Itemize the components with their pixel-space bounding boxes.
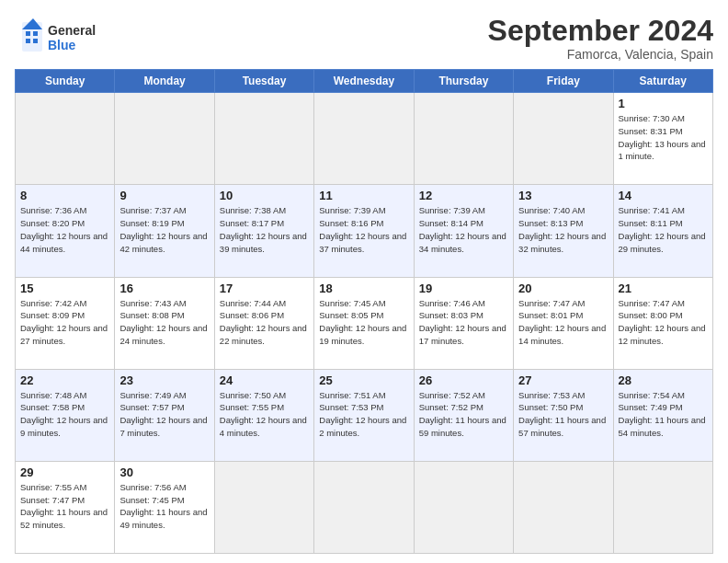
- calendar-cell: [314, 93, 414, 185]
- calendar-cell: 17Sunrise: 7:44 AMSunset: 8:06 PMDayligh…: [214, 277, 313, 369]
- calendar-cell: 9Sunrise: 7:37 AMSunset: 8:19 PMDaylight…: [115, 185, 214, 277]
- svg-rect-4: [26, 31, 30, 36]
- day-number: 28: [619, 373, 708, 387]
- calendar-cell: 8Sunrise: 7:36 AMSunset: 8:20 PMDaylight…: [16, 185, 115, 277]
- day-number: 25: [319, 373, 408, 387]
- day-info: Sunrise: 7:39 AMSunset: 8:14 PMDaylight:…: [419, 204, 508, 255]
- calendar-cell: [414, 93, 513, 185]
- day-info: Sunrise: 7:48 AMSunset: 7:58 PMDaylight:…: [20, 389, 109, 440]
- svg-text:General: General: [48, 23, 96, 38]
- calendar-cell: [613, 461, 712, 553]
- day-number: 1: [619, 97, 708, 110]
- day-number: 20: [518, 282, 608, 295]
- calendar-cell: [414, 461, 513, 553]
- header: General Blue September 2024 Famorca, Val…: [15, 15, 713, 62]
- svg-text:Blue: Blue: [48, 38, 76, 52]
- day-info: Sunrise: 7:45 AMSunset: 8:05 PMDaylight:…: [319, 297, 408, 348]
- day-info: Sunrise: 7:46 AMSunset: 8:03 PMDaylight:…: [419, 297, 508, 348]
- calendar-cell: 10Sunrise: 7:38 AMSunset: 8:17 PMDayligh…: [214, 185, 313, 277]
- day-info: Sunrise: 7:41 AMSunset: 8:11 PMDaylight:…: [619, 204, 708, 255]
- day-number: 18: [319, 282, 408, 295]
- day-number: 23: [119, 373, 209, 387]
- calendar-cell: 22Sunrise: 7:48 AMSunset: 7:58 PMDayligh…: [16, 369, 115, 461]
- day-number: 9: [119, 189, 209, 202]
- day-header-saturday: Saturday: [613, 70, 712, 93]
- day-number: 13: [518, 189, 608, 202]
- day-info: Sunrise: 7:38 AMSunset: 8:17 PMDaylight:…: [220, 204, 309, 255]
- calendar-cell: 26Sunrise: 7:52 AMSunset: 7:52 PMDayligh…: [414, 369, 513, 461]
- calendar-cell: 30Sunrise: 7:56 AMSunset: 7:45 PMDayligh…: [115, 461, 214, 553]
- calendar-cell: 12Sunrise: 7:39 AMSunset: 8:14 PMDayligh…: [414, 185, 513, 277]
- day-info: Sunrise: 7:40 AMSunset: 8:13 PMDaylight:…: [518, 204, 608, 255]
- day-info: Sunrise: 7:53 AMSunset: 7:50 PMDaylight:…: [518, 389, 608, 440]
- day-info: Sunrise: 7:49 AMSunset: 7:57 PMDaylight:…: [119, 389, 209, 440]
- logo: General Blue: [15, 15, 107, 59]
- calendar-cell: 1Sunrise: 7:30 AMSunset: 8:31 PMDaylight…: [613, 93, 712, 185]
- month-title: September 2024: [488, 15, 713, 47]
- calendar-cell: 20Sunrise: 7:47 AMSunset: 8:01 PMDayligh…: [514, 277, 613, 369]
- day-info: Sunrise: 7:36 AMSunset: 8:20 PMDaylight:…: [20, 204, 109, 255]
- calendar-week-row: 15Sunrise: 7:42 AMSunset: 8:09 PMDayligh…: [16, 277, 713, 369]
- day-header-tuesday: Tuesday: [214, 70, 313, 93]
- calendar-cell: 16Sunrise: 7:43 AMSunset: 8:08 PMDayligh…: [115, 277, 214, 369]
- calendar-cell: 23Sunrise: 7:49 AMSunset: 7:57 PMDayligh…: [115, 369, 214, 461]
- page: General Blue September 2024 Famorca, Val…: [0, 0, 728, 563]
- calendar-cell: 28Sunrise: 7:54 AMSunset: 7:49 PMDayligh…: [613, 369, 712, 461]
- day-info: Sunrise: 7:56 AMSunset: 7:45 PMDaylight:…: [119, 481, 209, 532]
- day-number: 21: [619, 282, 708, 295]
- calendar-cell: 18Sunrise: 7:45 AMSunset: 8:05 PMDayligh…: [314, 277, 414, 369]
- day-number: 17: [220, 282, 309, 295]
- calendar-cell: [214, 93, 313, 185]
- day-info: Sunrise: 7:51 AMSunset: 7:53 PMDaylight:…: [319, 389, 408, 440]
- calendar-week-row: 8Sunrise: 7:36 AMSunset: 8:20 PMDaylight…: [16, 185, 713, 277]
- calendar-table: SundayMondayTuesdayWednesdayThursdayFrid…: [15, 69, 713, 554]
- day-number: 19: [419, 282, 508, 295]
- day-info: Sunrise: 7:43 AMSunset: 8:08 PMDaylight:…: [119, 297, 209, 348]
- day-number: 10: [220, 189, 309, 202]
- day-header-thursday: Thursday: [414, 70, 513, 93]
- calendar-cell: 27Sunrise: 7:53 AMSunset: 7:50 PMDayligh…: [514, 369, 613, 461]
- day-info: Sunrise: 7:47 AMSunset: 8:01 PMDaylight:…: [518, 297, 608, 348]
- calendar-cell: [115, 93, 214, 185]
- title-block: September 2024 Famorca, Valencia, Spain: [488, 15, 713, 62]
- calendar-cell: [514, 93, 613, 185]
- calendar-week-row: 1Sunrise: 7:30 AMSunset: 8:31 PMDaylight…: [16, 93, 713, 185]
- svg-rect-7: [33, 39, 38, 43]
- calendar-cell: 13Sunrise: 7:40 AMSunset: 8:13 PMDayligh…: [514, 185, 613, 277]
- svg-rect-6: [26, 39, 30, 43]
- day-info: Sunrise: 7:52 AMSunset: 7:52 PMDaylight:…: [419, 389, 508, 440]
- day-info: Sunrise: 7:54 AMSunset: 7:49 PMDaylight:…: [619, 389, 708, 440]
- calendar-header-row: SundayMondayTuesdayWednesdayThursdayFrid…: [16, 70, 713, 93]
- calendar-cell: [16, 93, 115, 185]
- calendar-week-row: 29Sunrise: 7:55 AMSunset: 7:47 PMDayligh…: [16, 461, 713, 553]
- day-number: 14: [619, 189, 708, 202]
- day-info: Sunrise: 7:39 AMSunset: 8:16 PMDaylight:…: [319, 204, 408, 255]
- day-header-monday: Monday: [115, 70, 214, 93]
- calendar-cell: 14Sunrise: 7:41 AMSunset: 8:11 PMDayligh…: [613, 185, 712, 277]
- day-number: 8: [20, 189, 109, 202]
- day-info: Sunrise: 7:44 AMSunset: 8:06 PMDaylight:…: [220, 297, 309, 348]
- calendar-cell: 11Sunrise: 7:39 AMSunset: 8:16 PMDayligh…: [314, 185, 414, 277]
- day-header-wednesday: Wednesday: [314, 70, 414, 93]
- day-info: Sunrise: 7:47 AMSunset: 8:00 PMDaylight:…: [619, 297, 708, 348]
- day-number: 29: [20, 465, 109, 479]
- day-number: 12: [419, 189, 508, 202]
- day-number: 24: [220, 373, 309, 387]
- svg-rect-5: [33, 31, 38, 36]
- day-info: Sunrise: 7:55 AMSunset: 7:47 PMDaylight:…: [20, 481, 109, 532]
- calendar-cell: 29Sunrise: 7:55 AMSunset: 7:47 PMDayligh…: [16, 461, 115, 553]
- day-info: Sunrise: 7:37 AMSunset: 8:19 PMDaylight:…: [119, 204, 209, 255]
- logo-svg: General Blue: [15, 15, 107, 59]
- day-info: Sunrise: 7:30 AMSunset: 8:31 PMDaylight:…: [619, 112, 708, 163]
- day-number: 26: [419, 373, 508, 387]
- calendar-cell: [514, 461, 613, 553]
- day-header-sunday: Sunday: [16, 70, 115, 93]
- location: Famorca, Valencia, Spain: [488, 47, 713, 62]
- day-number: 27: [518, 373, 608, 387]
- day-header-friday: Friday: [514, 70, 613, 93]
- calendar-cell: 25Sunrise: 7:51 AMSunset: 7:53 PMDayligh…: [314, 369, 414, 461]
- day-number: 11: [319, 189, 408, 202]
- day-number: 15: [20, 282, 109, 295]
- day-number: 16: [119, 282, 209, 295]
- day-number: 30: [119, 465, 209, 479]
